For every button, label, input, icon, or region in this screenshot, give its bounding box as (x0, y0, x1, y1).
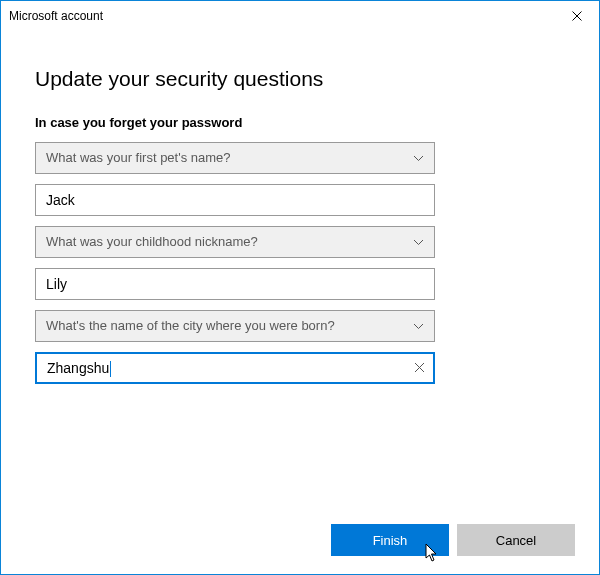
question-1-select[interactable]: What was your first pet's name? (35, 142, 435, 174)
window-title: Microsoft account (9, 9, 554, 23)
clear-input-button[interactable] (414, 354, 425, 382)
chevron-down-icon (413, 227, 424, 257)
question-2-row: What was your childhood nickname? (35, 226, 435, 258)
question-3-text: What's the name of the city where you we… (46, 318, 335, 333)
page-subheading: In case you forget your password (35, 115, 565, 130)
chevron-down-icon (413, 143, 424, 173)
answer-2-input[interactable]: Lily (35, 268, 435, 300)
chevron-down-icon (413, 311, 424, 341)
finish-button[interactable]: Finish (331, 524, 449, 556)
question-2-select[interactable]: What was your childhood nickname? (35, 226, 435, 258)
button-row: Finish Cancel (331, 524, 575, 556)
cancel-button[interactable]: Cancel (457, 524, 575, 556)
answer-1-value: Jack (46, 192, 75, 208)
answer-3-value: Zhangshu (47, 360, 109, 376)
question-3-row: What's the name of the city where you we… (35, 310, 435, 342)
question-1-text: What was your first pet's name? (46, 150, 231, 165)
text-caret (110, 361, 111, 377)
question-2-text: What was your childhood nickname? (46, 234, 258, 249)
dialog-window: Microsoft account Update your security q… (0, 0, 600, 575)
answer-1-row: Jack (35, 184, 435, 216)
answer-2-row: Lily (35, 268, 435, 300)
x-icon (414, 362, 425, 373)
answer-2-value: Lily (46, 276, 67, 292)
question-3-select[interactable]: What's the name of the city where you we… (35, 310, 435, 342)
answer-3-row: Zhangshu (35, 352, 435, 384)
close-icon (572, 11, 582, 21)
content-area: Update your security questions In case y… (1, 31, 599, 514)
titlebar: Microsoft account (1, 1, 599, 31)
close-button[interactable] (554, 1, 599, 31)
security-questions-form: What was your first pet's name? Jack Wha… (35, 142, 435, 384)
answer-3-input[interactable]: Zhangshu (35, 352, 435, 384)
answer-1-input[interactable]: Jack (35, 184, 435, 216)
page-title: Update your security questions (35, 67, 565, 91)
question-1-row: What was your first pet's name? (35, 142, 435, 174)
